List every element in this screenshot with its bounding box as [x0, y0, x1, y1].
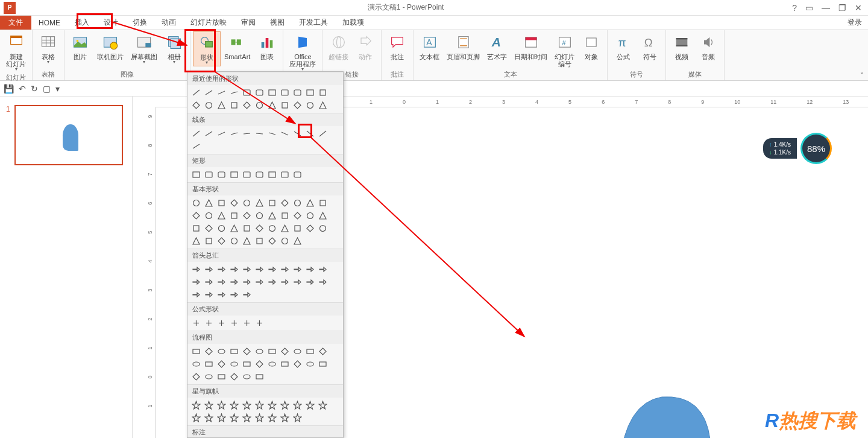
shape-option[interactable] [266, 235, 278, 247]
maximize-icon[interactable]: ❐ [838, 3, 846, 13]
shape-option[interactable] [190, 358, 202, 370]
shape-option[interactable] [241, 346, 253, 357]
shape-option[interactable] [241, 399, 253, 411]
tab-animations[interactable]: 动画 [154, 16, 183, 30]
shape-option[interactable] [317, 223, 329, 234]
shape-option[interactable] [266, 223, 278, 234]
shape-option[interactable] [203, 317, 215, 329]
shape-option[interactable] [279, 197, 291, 209]
tab-addins[interactable]: 加载项 [335, 16, 371, 30]
shape-option[interactable] [228, 100, 240, 111]
shape-option[interactable] [203, 223, 215, 234]
shapes-button[interactable]: 形状▾ [193, 31, 221, 66]
shape-option[interactable] [317, 197, 329, 209]
wordart-button[interactable]: A艺术字 [483, 31, 511, 62]
shape-option[interactable] [216, 169, 227, 180]
shape-option[interactable] [279, 169, 291, 180]
shape-option[interactable] [279, 264, 291, 275]
equation-button[interactable]: π公式 [610, 31, 637, 62]
shape-option[interactable] [304, 128, 316, 139]
shape-option[interactable] [216, 87, 227, 98]
shape-option[interactable] [254, 371, 265, 382]
shape-option[interactable] [190, 412, 202, 424]
shape-option[interactable] [317, 358, 329, 370]
shape-option[interactable] [241, 358, 253, 370]
pictures-button[interactable]: 图片 [67, 31, 93, 62]
shape-option[interactable] [266, 210, 278, 221]
slide-thumbnail-1[interactable] [14, 105, 123, 165]
shape-option[interactable] [216, 399, 227, 411]
close-icon[interactable]: ✕ [855, 3, 862, 13]
shape-option[interactable] [190, 289, 202, 300]
shape-option[interactable] [228, 289, 240, 300]
shape-option[interactable] [190, 276, 202, 288]
shape-option[interactable] [241, 87, 253, 98]
shape-option[interactable] [241, 276, 253, 288]
tab-developer[interactable]: 开发工具 [292, 16, 335, 30]
shape-option[interactable] [228, 169, 240, 180]
shape-option[interactable] [190, 169, 202, 180]
qat-customize-icon[interactable]: ▾ [55, 84, 60, 94]
shape-option[interactable] [216, 223, 227, 234]
shape-option[interactable] [190, 264, 202, 275]
slide-number-button[interactable]: #幻灯片 编号 [551, 31, 578, 69]
shape-option[interactable] [203, 358, 215, 370]
ribbon-collapse-icon[interactable]: ˇ [856, 30, 868, 80]
shape-option[interactable] [304, 358, 316, 370]
shape-option[interactable] [292, 223, 303, 234]
shape-option[interactable] [216, 289, 227, 300]
shape-option[interactable] [228, 317, 240, 329]
shape-option[interactable] [254, 235, 265, 247]
shape-option[interactable] [228, 210, 240, 221]
shape-option[interactable] [241, 317, 253, 329]
hyperlink-button[interactable]: 超链接 [325, 31, 352, 62]
shape-option[interactable] [279, 100, 291, 111]
shape-option[interactable] [203, 399, 215, 411]
shape-option[interactable] [254, 399, 265, 411]
shape-option[interactable] [216, 317, 227, 329]
shape-option[interactable] [228, 346, 240, 357]
shape-option[interactable] [292, 235, 303, 247]
shape-option[interactable] [279, 399, 291, 411]
shape-option[interactable] [190, 346, 202, 357]
shape-option[interactable] [216, 358, 227, 370]
shape-option[interactable] [266, 100, 278, 111]
shape-option[interactable] [254, 346, 265, 357]
shape-option[interactable] [241, 264, 253, 275]
network-monitor-widget[interactable]: 1.4K/s 1.1K/s 88% [763, 133, 832, 164]
shape-option[interactable] [241, 223, 253, 234]
shape-option[interactable] [203, 276, 215, 288]
help-icon[interactable]: ? [792, 3, 797, 13]
tab-slideshow[interactable]: 幻灯片放映 [183, 16, 234, 30]
minimize-icon[interactable]: — [822, 3, 830, 13]
shape-option[interactable] [254, 197, 265, 209]
shape-option[interactable] [190, 223, 202, 234]
redo-icon[interactable]: ↻ [31, 84, 38, 94]
shape-option[interactable] [317, 276, 329, 288]
shape-option[interactable] [228, 87, 240, 98]
shape-option[interactable] [317, 346, 329, 357]
shape-option[interactable] [292, 346, 303, 357]
audio-button[interactable]: 音频 [695, 31, 722, 62]
shape-option[interactable] [190, 317, 202, 329]
shape-option[interactable] [216, 346, 227, 357]
shape-option[interactable] [292, 412, 303, 424]
shape-option[interactable] [228, 197, 240, 209]
shape-option[interactable] [203, 197, 215, 209]
shape-option[interactable] [266, 87, 278, 98]
shape-option[interactable] [304, 399, 316, 411]
ribbon-display-icon[interactable]: ▭ [805, 3, 813, 13]
shape-option[interactable] [254, 358, 265, 370]
shape-option[interactable] [254, 100, 265, 111]
tab-file[interactable]: 文件 [0, 16, 31, 30]
shape-option[interactable] [292, 358, 303, 370]
shape-option[interactable] [279, 235, 291, 247]
shape-option[interactable] [266, 346, 278, 357]
shape-option[interactable] [279, 87, 291, 98]
shape-option[interactable] [254, 412, 265, 424]
tab-transitions[interactable]: 切换 [125, 16, 154, 30]
shape-option[interactable] [190, 87, 202, 98]
shape-option[interactable] [241, 289, 253, 300]
shape-option[interactable] [304, 223, 316, 234]
shape-option[interactable] [216, 371, 227, 382]
